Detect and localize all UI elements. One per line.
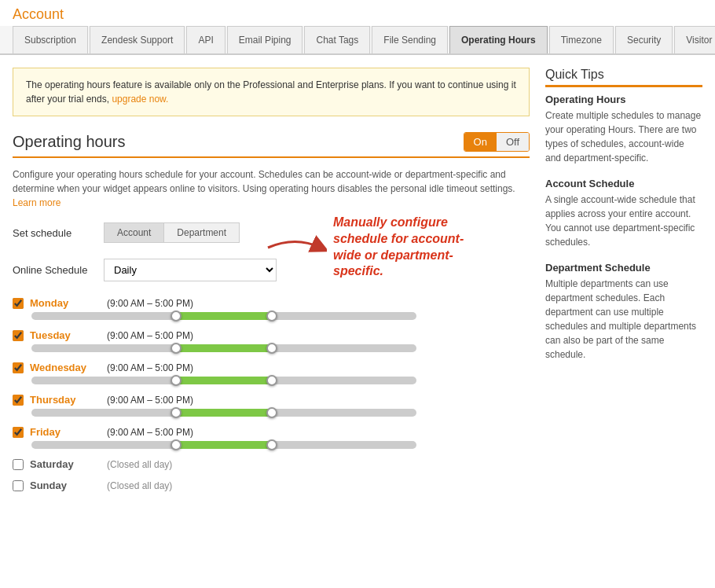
day-row-friday: Friday(9:00 AM – 5:00 PM) <box>13 426 530 449</box>
slider-handle-end-wednesday[interactable] <box>266 375 277 386</box>
tip-heading-2: Department Schedule <box>545 262 702 274</box>
day-hours-sunday: (Closed all day) <box>107 480 172 491</box>
content-area: The operating hours feature is available… <box>13 68 530 501</box>
slider-track-tuesday[interactable] <box>31 344 416 352</box>
slider-handle-end-friday[interactable] <box>266 439 277 450</box>
section-title: Operating hours <box>13 133 125 151</box>
day-checkbox-tuesday[interactable] <box>13 330 24 341</box>
upgrade-link[interactable]: upgrade now. <box>112 94 168 105</box>
slider-handle-start-wednesday[interactable] <box>170 375 182 386</box>
set-schedule-label: Set schedule <box>13 222 91 239</box>
day-hours-monday: (9:00 AM – 5:00 PM) <box>107 298 193 309</box>
online-schedule-label: Online Schedule <box>13 264 91 276</box>
tip-text-0: Create multiple schedules to manage your… <box>545 108 702 165</box>
day-row-wednesday: Wednesday(9:00 AM – 5:00 PM) <box>13 362 530 384</box>
slider-handle-end-monday[interactable] <box>266 311 277 322</box>
toggle-on-button[interactable]: On <box>464 133 497 151</box>
toggle-off-button[interactable]: Off <box>497 133 529 151</box>
tip-heading-1: Account Schedule <box>545 178 702 189</box>
slider-fill-tuesday <box>176 344 273 352</box>
alert-text: The operating hours feature is available… <box>26 79 516 105</box>
day-name-sunday: Sunday <box>30 480 101 491</box>
tip-section-2: Department ScheduleMultiple departments … <box>545 262 702 362</box>
day-hours-saturday: (Closed all day) <box>107 459 172 470</box>
tab-subscription[interactable]: Subscription <box>13 26 88 53</box>
day-header-tuesday: Tuesday(9:00 AM – 5:00 PM) <box>13 329 530 341</box>
day-checkbox-sunday[interactable] <box>13 480 24 491</box>
day-hours-tuesday: (9:00 AM – 5:00 PM) <box>107 330 193 341</box>
day-hours-friday: (9:00 AM – 5:00 PM) <box>107 427 193 438</box>
alert-box: The operating hours feature is available… <box>13 68 530 116</box>
day-checkbox-wednesday[interactable] <box>13 362 24 373</box>
day-checkbox-saturday[interactable] <box>13 459 24 470</box>
slider-fill-friday <box>176 441 273 449</box>
day-checkbox-friday[interactable] <box>13 427 24 438</box>
section-description: Configure your operating hours schedule … <box>13 167 530 210</box>
slider-handle-start-thursday[interactable] <box>170 407 182 418</box>
day-checkbox-monday[interactable] <box>13 298 24 309</box>
slider-handle-end-thursday[interactable] <box>266 407 277 418</box>
learn-more-link[interactable]: Learn more <box>13 197 60 208</box>
page-title: Account <box>0 0 715 26</box>
slider-handle-end-tuesday[interactable] <box>266 343 277 354</box>
set-schedule-row: Set schedule Account Department Manually… <box>13 222 530 243</box>
days-container: Monday(9:00 AM – 5:00 PM)Tuesday(9:00 AM… <box>13 297 530 491</box>
day-header-saturday: Saturday(Closed all day) <box>13 458 530 470</box>
arrow-annotation: Manually configure schedule for account-… <box>264 215 490 280</box>
tip-section-0: Operating HoursCreate multiple schedules… <box>545 94 702 165</box>
day-header-wednesday: Wednesday(9:00 AM – 5:00 PM) <box>13 362 530 373</box>
day-row-saturday: Saturday(Closed all day) <box>13 458 530 470</box>
account-schedule-button[interactable]: Account <box>104 222 163 243</box>
slider-track-monday[interactable] <box>31 312 416 320</box>
sidebar: Quick Tips Operating HoursCreate multipl… <box>545 68 702 501</box>
tabs-bar: SubscriptionZendesk SupportAPIEmail Pipi… <box>0 26 715 55</box>
tab-zendesk-support[interactable]: Zendesk Support <box>90 26 185 53</box>
department-schedule-button[interactable]: Department <box>163 222 240 243</box>
tab-timezone[interactable]: Timezone <box>549 26 614 53</box>
day-row-monday: Monday(9:00 AM – 5:00 PM) <box>13 297 530 320</box>
day-name-wednesday: Wednesday <box>30 362 101 373</box>
online-schedule-dropdown[interactable]: Daily Weekly Custom <box>104 259 277 281</box>
tab-file-sending[interactable]: File Sending <box>372 26 448 53</box>
slider-handle-start-friday[interactable] <box>170 439 182 450</box>
day-checkbox-thursday[interactable] <box>13 395 24 406</box>
day-name-friday: Friday <box>30 426 101 438</box>
slider-track-thursday[interactable] <box>31 409 416 417</box>
slider-container-wednesday <box>13 377 530 384</box>
slider-track-wednesday[interactable] <box>31 377 416 384</box>
tab-api[interactable]: API <box>186 26 225 53</box>
day-name-tuesday: Tuesday <box>30 329 101 341</box>
day-header-thursday: Thursday(9:00 AM – 5:00 PM) <box>13 394 530 406</box>
tip-text-1: A single account-wide schedule that appl… <box>545 193 702 249</box>
day-name-saturday: Saturday <box>30 458 101 470</box>
tab-operating-hours[interactable]: Operating Hours <box>449 26 548 53</box>
annotation-text: Manually configure schedule for account-… <box>333 215 490 280</box>
day-header-sunday: Sunday(Closed all day) <box>13 480 530 491</box>
day-row-sunday: Sunday(Closed all day) <box>13 480 530 491</box>
day-name-thursday: Thursday <box>30 394 101 406</box>
day-hours-thursday: (9:00 AM – 5:00 PM) <box>107 395 193 406</box>
slider-fill-wednesday <box>176 377 273 384</box>
slider-handle-start-monday[interactable] <box>170 311 182 322</box>
tab-email-piping[interactable]: Email Piping <box>227 26 303 53</box>
day-header-friday: Friday(9:00 AM – 5:00 PM) <box>13 426 530 438</box>
slider-container-monday <box>13 312 530 320</box>
slider-container-tuesday <box>13 344 530 352</box>
arrow-icon <box>264 232 327 263</box>
day-row-thursday: Thursday(9:00 AM – 5:00 PM) <box>13 394 530 417</box>
tip-section-1: Account ScheduleA single account-wide sc… <box>545 178 702 249</box>
section-header: Operating hours On Off <box>13 132 530 158</box>
tab-visitor-list[interactable]: Visitor List <box>674 26 715 53</box>
tab-security[interactable]: Security <box>615 26 673 53</box>
slider-track-friday[interactable] <box>31 441 416 449</box>
slider-container-friday <box>13 441 530 449</box>
sidebar-title: Quick Tips <box>545 68 702 87</box>
day-header-monday: Monday(9:00 AM – 5:00 PM) <box>13 297 530 309</box>
day-name-monday: Monday <box>30 297 101 309</box>
slider-container-thursday <box>13 409 530 417</box>
tab-chat-tags[interactable]: Chat Tags <box>304 26 370 53</box>
slider-handle-start-tuesday[interactable] <box>170 343 182 354</box>
tip-text-2: Multiple departments can use department … <box>545 277 702 362</box>
slider-fill-monday <box>176 312 273 320</box>
toggle-group: On Off <box>464 132 530 152</box>
